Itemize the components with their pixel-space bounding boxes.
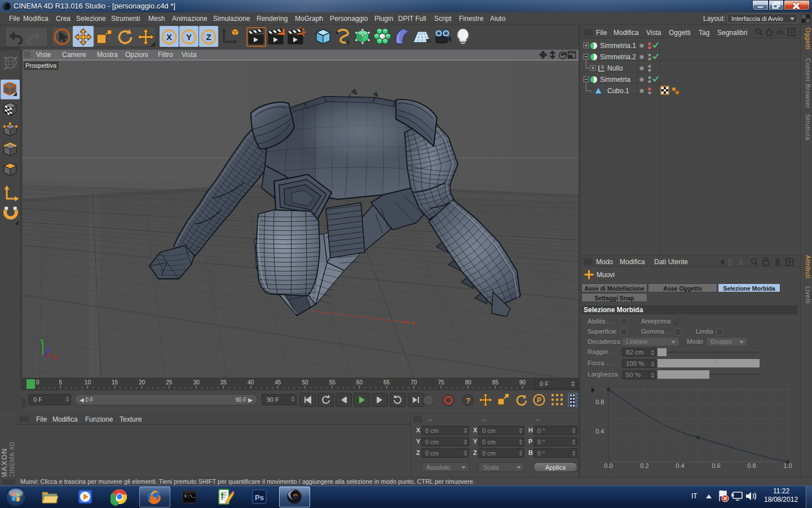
svg-text:30: 30 [193,379,200,386]
svg-text:40: 40 [248,379,254,386]
svg-text:Simmetria.1: Simmetria.1 [600,42,636,50]
svg-text:Z: Z [206,32,211,42]
svg-text:50: 50 [302,379,308,386]
svg-text:Simmetria.2: Simmetria.2 [600,53,636,61]
svg-text:5: 5 [59,379,62,386]
svg-text:0.0: 0.0 [604,462,612,469]
svg-text:Cubo.1: Cubo.1 [607,87,629,95]
svg-text:Y: Y [186,32,192,42]
svg-text:?: ? [466,396,470,405]
svg-text:1.0: 1.0 [783,462,792,469]
svg-text:P: P [537,396,541,404]
svg-text:45: 45 [275,379,281,386]
svg-text:0: 0 [36,379,39,386]
svg-text:0.8: 0.8 [595,398,604,405]
svg-text:0.2: 0.2 [640,462,648,469]
svg-text:X: X [53,354,57,361]
svg-text:25: 25 [166,379,173,386]
svg-text:55: 55 [329,379,336,386]
svg-text:10: 10 [85,379,91,386]
svg-text:Nullo: Nullo [607,64,623,72]
svg-text:20: 20 [139,379,145,386]
svg-text:0 F: 0 F [540,380,549,387]
svg-text:90: 90 [519,379,526,386]
svg-text:15: 15 [112,379,118,386]
svg-text:X: X [166,32,172,42]
svg-text:85: 85 [492,379,499,386]
svg-text:65: 65 [383,379,390,386]
svg-text:Y: Y [40,339,44,345]
svg-text:70: 70 [411,379,417,386]
svg-text:35: 35 [220,379,227,386]
svg-text:0.6: 0.6 [712,462,720,469]
svg-text:Z: Z [47,347,50,353]
svg-text:C:\_: C:\_ [184,493,195,498]
svg-text:0.4: 0.4 [676,462,684,469]
svg-text:60: 60 [356,379,363,386]
svg-text:0.4: 0.4 [595,428,604,435]
svg-text:0.8: 0.8 [747,462,756,469]
svg-text:Ps: Ps [255,493,264,502]
svg-text:80: 80 [465,379,472,386]
svg-text:Simmetria: Simmetria [600,76,630,84]
svg-text:0: 0 [601,64,604,70]
svg-text:75: 75 [438,379,444,386]
